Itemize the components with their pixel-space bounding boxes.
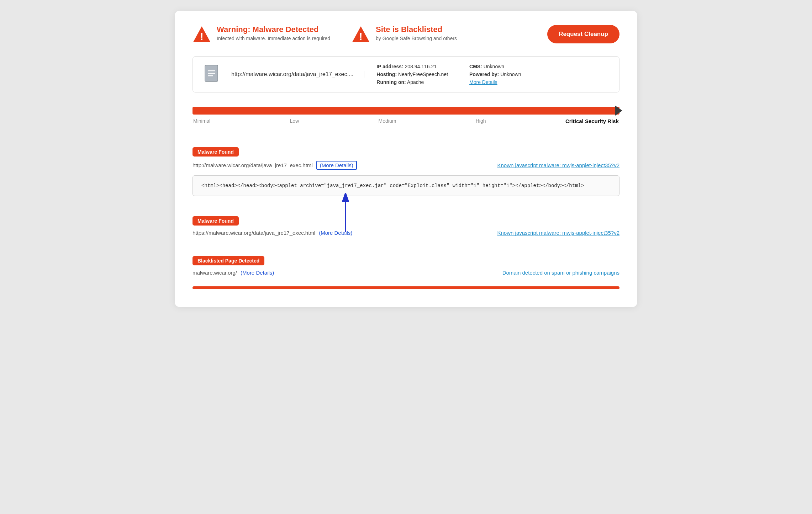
divider-3 (193, 246, 619, 246)
risk-critical: Critical Security Risk (565, 118, 619, 124)
badge-malware-2: Malware Found (193, 216, 239, 226)
risk-low: Low (290, 118, 299, 124)
risk-medium: Medium (379, 118, 396, 124)
finding-blacklisted: Blacklisted Page Detected malware.wicar.… (193, 256, 619, 276)
badge-blacklisted: Blacklisted Page Detected (193, 256, 264, 265)
warning-triangle-icon-1: ! (193, 25, 211, 43)
malware-alert-title: Warning: Malware Detected (217, 25, 330, 34)
finding-url-1: http://malware.wicar.org/data/java_jre17… (193, 162, 313, 168)
hosting-label: Hosting: NearlyFreeSpeech.net (376, 71, 448, 77)
risk-bar-track (193, 107, 619, 115)
bottom-bar (193, 286, 619, 289)
malware-alert: ! Warning: Malware Detected Infected wit… (193, 25, 330, 43)
svg-text:!: ! (200, 31, 203, 42)
cms-label: CMS: Unknown (469, 64, 541, 69)
finding-more-details-link-1[interactable]: (More Details) (316, 161, 357, 170)
finding-row-3: malware.wicar.org/ (More Details) Domain… (193, 270, 619, 276)
blacklist-alert-title: Site is Blacklisted (376, 25, 457, 34)
document-icon (203, 64, 223, 84)
site-more-details-link[interactable]: More Details (469, 79, 541, 85)
site-info-box: http://malware.wicar.org/data/java_jre17… (193, 56, 619, 92)
finding-malware-1: Malware Found http://malware.wicar.org/d… (193, 147, 619, 196)
divider-1 (193, 137, 619, 137)
running-label: Running on: Apache (376, 79, 448, 85)
site-url: http://malware.wicar.org/data/java_jre17… (231, 71, 364, 78)
blacklist-alert-text: Site is Blacklisted by Google Safe Brows… (376, 25, 457, 41)
finding-known-link-2[interactable]: Known javascript malware: mwjs-applet-in… (497, 230, 619, 236)
badge-malware-1: Malware Found (193, 147, 239, 157)
main-card: ! Warning: Malware Detected Infected wit… (175, 11, 637, 307)
code-annotation-wrapper: <html><head></head><body><applet archive… (193, 175, 619, 196)
finding-more-details-link-2[interactable]: (More Details) (319, 230, 352, 236)
finding-url-3: malware.wicar.org/ (193, 270, 237, 276)
code-box-1: <html><head></head><body><applet archive… (193, 175, 619, 196)
request-cleanup-button[interactable]: Request Cleanup (547, 25, 619, 43)
svg-text:!: ! (359, 31, 362, 42)
risk-minimal: Minimal (193, 118, 210, 124)
finding-known-link-1[interactable]: Known javascript malware: mwjs-applet-in… (497, 162, 619, 168)
ip-label: IP address: 208.94.116.21 (376, 64, 448, 69)
finding-url-2: https://malware.wicar.org/data/java_jre1… (193, 230, 315, 236)
risk-bar-arrow (615, 106, 622, 116)
finding-more-details-link-3[interactable]: (More Details) (241, 270, 274, 276)
finding-row-2: https://malware.wicar.org/data/java_jre1… (193, 230, 619, 236)
warning-triangle-icon-2: ! (352, 25, 370, 43)
header-row: ! Warning: Malware Detected Infected wit… (193, 25, 619, 43)
finding-malware-2: Malware Found https://malware.wicar.org/… (193, 216, 619, 236)
finding-row-1: http://malware.wicar.org/data/java_jre17… (193, 161, 619, 170)
risk-bar-section: Minimal Low Medium High Critical Securit… (193, 107, 619, 124)
site-meta: IP address: 208.94.116.21 CMS: Unknown H… (373, 64, 541, 85)
blacklist-alert-subtitle: by Google Safe Browsing and others (376, 36, 457, 41)
finding-known-link-3[interactable]: Domain detected on spam or phishing camp… (502, 270, 619, 276)
risk-labels: Minimal Low Medium High Critical Securit… (193, 118, 619, 124)
divider-2 (193, 206, 619, 206)
blacklist-alert: ! Site is Blacklisted by Google Safe Bro… (352, 25, 457, 43)
malware-alert-text: Warning: Malware Detected Infected with … (217, 25, 330, 41)
powered-label: Powered by: Unknown (469, 71, 541, 77)
malware-alert-subtitle: Infected with malware. Immediate action … (217, 36, 330, 41)
risk-high: High (476, 118, 486, 124)
